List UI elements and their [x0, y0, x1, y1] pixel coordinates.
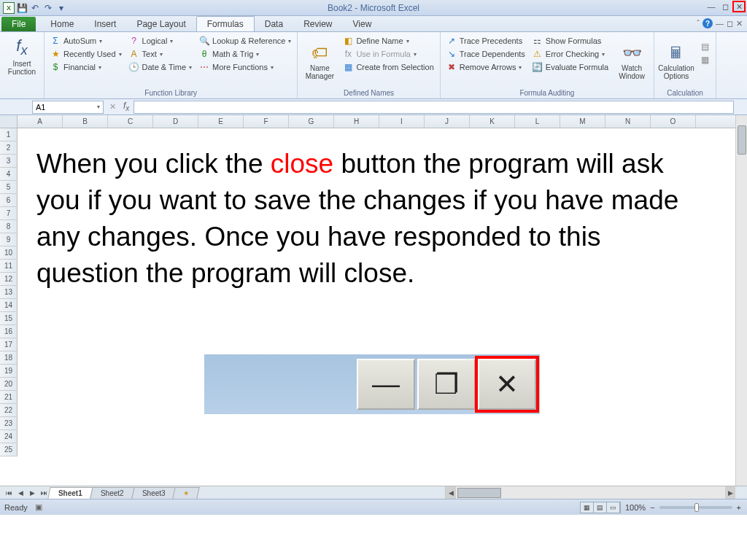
define-name-button[interactable]: ◧Define Name: [341, 35, 435, 47]
logical-button[interactable]: ?Logical: [128, 35, 194, 47]
tab-formulas[interactable]: Formulas: [196, 16, 255, 31]
column-header[interactable]: B: [63, 115, 108, 128]
row-header[interactable]: 14: [0, 299, 18, 312]
row-header[interactable]: 18: [0, 351, 18, 365]
minimize-ribbon-icon[interactable]: ˆ: [697, 19, 700, 28]
zoom-out-button[interactable]: −: [650, 503, 654, 512]
close-button[interactable]: ✕: [732, 1, 746, 12]
lookup-button[interactable]: 🔍Lookup & Reference: [198, 35, 293, 47]
vertical-scrollbar[interactable]: [735, 115, 747, 486]
column-header[interactable]: M: [560, 115, 605, 128]
tab-view[interactable]: View: [343, 17, 382, 31]
column-header[interactable]: N: [605, 115, 651, 128]
workbook-restore-button[interactable]: ◻: [727, 19, 733, 28]
row-header[interactable]: 20: [0, 378, 18, 391]
name-box[interactable]: A1: [32, 101, 104, 114]
workbook-close-button[interactable]: ✕: [736, 19, 743, 28]
first-sheet-button[interactable]: ⏮: [3, 489, 15, 497]
new-sheet-button[interactable]: ✶: [173, 487, 200, 499]
row-header[interactable]: 22: [0, 404, 18, 417]
worksheet-grid[interactable]: ABCDEFGHIJKLMNO 123456789101112131415161…: [0, 115, 747, 486]
maximize-button[interactable]: ◻: [719, 1, 732, 12]
scroll-left-button[interactable]: ◀: [446, 486, 456, 499]
macro-record-icon[interactable]: ▣: [35, 502, 42, 512]
column-header[interactable]: C: [108, 115, 153, 128]
trace-dependents-button[interactable]: ↘Trace Dependents: [445, 48, 527, 60]
row-header[interactable]: 15: [0, 312, 18, 325]
row-headers[interactable]: 1234567891011121314151617181920212223242…: [0, 128, 18, 456]
column-header[interactable]: K: [470, 115, 515, 128]
autosum-button[interactable]: ΣAutoSum: [49, 35, 123, 47]
row-header[interactable]: 19: [0, 365, 18, 378]
sheet-tab-sheet1[interactable]: Sheet1: [47, 487, 93, 499]
zoom-level[interactable]: 100%: [625, 503, 646, 512]
select-all-button[interactable]: [0, 115, 18, 128]
sheet-tab-sheet3[interactable]: Sheet3: [131, 487, 176, 499]
hscroll-thumb[interactable]: [457, 488, 501, 498]
row-header[interactable]: 13: [0, 286, 18, 299]
normal-view-button[interactable]: ▦: [581, 502, 594, 513]
tab-home[interactable]: Home: [40, 17, 84, 31]
row-header[interactable]: 21: [0, 391, 18, 404]
row-header[interactable]: 3: [0, 155, 18, 168]
row-header[interactable]: 17: [0, 338, 18, 351]
row-header[interactable]: 11: [0, 260, 18, 273]
zoom-in-button[interactable]: +: [737, 503, 741, 512]
calc-sheet-button[interactable]: ▦: [698, 54, 711, 66]
redo-button[interactable]: ↷: [42, 2, 54, 14]
math-button[interactable]: θMath & Trig: [198, 48, 293, 60]
column-header[interactable]: G: [289, 115, 334, 128]
watch-window-button[interactable]: 👓 Watch Window: [614, 34, 649, 88]
create-from-selection-button[interactable]: ▦Create from Selection: [341, 61, 435, 73]
error-checking-button[interactable]: ⚠Error Checking: [531, 48, 610, 60]
row-header[interactable]: 25: [0, 443, 18, 456]
calc-now-button[interactable]: ▤: [698, 41, 711, 52]
column-header[interactable]: D: [153, 115, 198, 128]
scroll-thumb[interactable]: [738, 125, 746, 155]
calculation-options-button[interactable]: 🖩 Calculation Options: [659, 34, 694, 88]
sheet-tab-sheet2[interactable]: Sheet2: [90, 487, 134, 499]
row-header[interactable]: 2: [0, 141, 18, 155]
more-functions-button[interactable]: ⋯More Functions: [198, 61, 293, 73]
zoom-knob[interactable]: [694, 503, 699, 512]
row-header[interactable]: 5: [0, 181, 18, 194]
remove-arrows-button[interactable]: ✖Remove Arrows: [445, 61, 527, 73]
row-header[interactable]: 10: [0, 246, 18, 260]
recently-used-button[interactable]: ★Recently Used: [49, 48, 123, 60]
row-header[interactable]: 16: [0, 325, 18, 338]
row-header[interactable]: 6: [0, 194, 18, 207]
scroll-right-button[interactable]: ▶: [725, 486, 735, 499]
insert-function-button[interactable]: fx Insert Function: [4, 34, 39, 76]
file-tab[interactable]: File: [1, 17, 36, 31]
row-header[interactable]: 23: [0, 417, 18, 430]
financial-button[interactable]: $Financial: [49, 61, 123, 73]
column-header[interactable]: F: [244, 115, 289, 128]
formula-input[interactable]: [133, 101, 734, 114]
name-manager-button[interactable]: 🏷 Name Manager: [302, 34, 337, 88]
tab-data[interactable]: Data: [255, 17, 293, 31]
fx-button[interactable]: fx: [119, 101, 133, 112]
column-header[interactable]: J: [425, 115, 470, 128]
undo-button[interactable]: ↶: [29, 2, 41, 14]
row-header[interactable]: 4: [0, 168, 18, 181]
show-formulas-button[interactable]: ⚏Show Formulas: [531, 35, 610, 47]
column-header[interactable]: O: [651, 115, 696, 128]
save-button[interactable]: 💾: [16, 2, 28, 14]
tab-insert[interactable]: Insert: [84, 17, 126, 31]
page-layout-view-button[interactable]: ▤: [594, 502, 607, 513]
horizontal-scrollbar[interactable]: ◀ ▶: [445, 486, 735, 499]
column-header[interactable]: H: [334, 115, 379, 128]
column-header[interactable]: A: [18, 115, 63, 128]
datetime-button[interactable]: 🕒Date & Time: [128, 61, 194, 73]
minimize-button[interactable]: —: [705, 1, 718, 12]
row-header[interactable]: 9: [0, 233, 18, 246]
help-icon[interactable]: ?: [703, 18, 713, 28]
next-sheet-button[interactable]: ▶: [26, 489, 38, 497]
excel-icon[interactable]: X: [3, 2, 15, 14]
zoom-slider[interactable]: [659, 506, 732, 509]
tab-review[interactable]: Review: [293, 17, 342, 31]
workbook-minimize-button[interactable]: —: [716, 19, 724, 28]
row-header[interactable]: 7: [0, 207, 18, 220]
evaluate-formula-button[interactable]: 🔄Evaluate Formula: [531, 61, 610, 73]
column-headers[interactable]: ABCDEFGHIJKLMNO: [18, 115, 747, 128]
